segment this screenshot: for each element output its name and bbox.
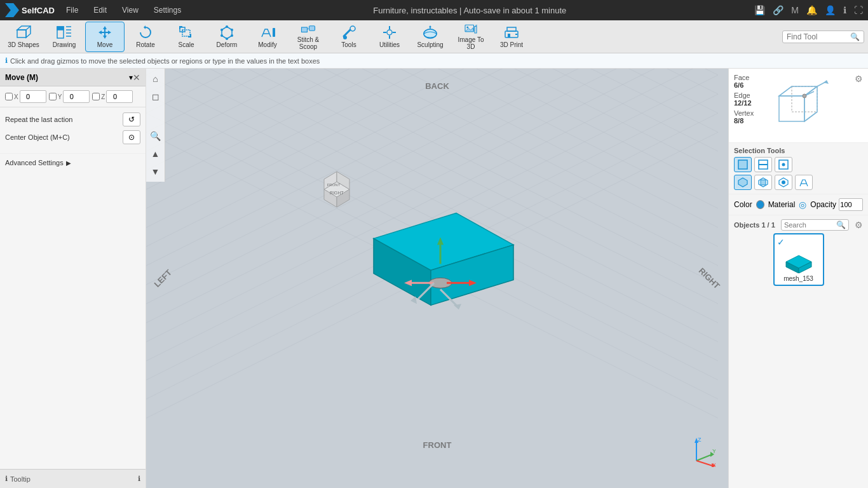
shape-settings-btn[interactable]: ⚙ (855, 74, 863, 84)
nav-home-btn[interactable]: ⌂ (148, 71, 163, 86)
tool-image-to-3d[interactable]: Image To 3D (451, 22, 491, 52)
color-picker-btn[interactable] (756, 200, 764, 209)
sel-face-btn[interactable] (734, 157, 752, 172)
tool-stitch-scoop[interactable]: Stitch & Scoop (288, 22, 328, 52)
center-object-btn[interactable]: ⊙ (123, 130, 140, 144)
paint-mode-icon (798, 177, 810, 188)
scale-icon (177, 25, 195, 40)
menu-view[interactable]: View (118, 6, 142, 15)
svg-marker-10 (98, 26, 111, 39)
sel-mode-object[interactable] (734, 175, 752, 190)
tool-scale-label: Scale (178, 41, 194, 48)
sel-mode-paint[interactable] (795, 175, 813, 190)
sel-mode-all[interactable] (775, 175, 792, 190)
nav-down-btn[interactable]: ▼ (148, 164, 163, 179)
tool-3d-print[interactable]: 3D Print (492, 22, 531, 52)
tool-scale[interactable]: Scale (166, 22, 206, 52)
objects-settings-btn[interactable]: ⚙ (855, 220, 863, 230)
mail-icon[interactable]: M (791, 5, 799, 15)
svg-text:Y: Y (712, 448, 715, 454)
objects-search-input[interactable] (784, 221, 835, 229)
tool-modify[interactable]: Modify (248, 22, 287, 52)
sel-edge-btn[interactable] (754, 157, 772, 172)
opacity-input[interactable] (839, 198, 863, 211)
coord-x-checkbox[interactable] (5, 93, 13, 100)
shape-info: Face 6/6 Edge 12/12 Vertex 8/8 (729, 69, 868, 143)
sel-mode-row (734, 175, 863, 190)
object-check-icon: ✓ (777, 237, 785, 247)
opacity-label: Opacity (810, 200, 836, 209)
utilities-icon (381, 25, 398, 40)
nav-expand-btn[interactable]: ◻ (148, 89, 163, 104)
material-icon[interactable]: ◎ (799, 200, 806, 210)
infobar-message: Click and drag gizmos to move the select… (10, 57, 320, 65)
coord-z-checkbox[interactable] (92, 93, 100, 100)
tool-sculpting[interactable]: Sculpting (410, 22, 450, 52)
direction-front-label: FRONT (423, 440, 452, 450)
object-list-item[interactable]: ✓ mesh_153 (773, 233, 824, 286)
objects-header: Objects 1 / 1 🔍 ⚙ (734, 219, 863, 231)
svg-line-110 (696, 454, 712, 461)
tool-deform[interactable]: Deform (207, 22, 247, 52)
svg-line-125 (804, 112, 817, 121)
objects-search-box[interactable]: 🔍 (781, 219, 849, 231)
tool-3d-shapes[interactable]: 3D Shapes (4, 22, 43, 52)
svg-text:RIGHT: RIGHT (330, 191, 344, 195)
svg-text:Z: Z (698, 437, 702, 443)
coord-z-group: Z (92, 90, 133, 103)
coord-x-input[interactable] (20, 90, 46, 103)
mini-nav: ⌂ ◻ 🔍 ▲ ▼ (146, 69, 165, 182)
tool-drawing[interactable]: Drawing (44, 22, 84, 52)
panel-close-btn[interactable]: ✕ (133, 72, 140, 83)
nav-zoom-btn[interactable]: 🔍 (148, 128, 163, 144)
object-mode-icon (737, 177, 749, 188)
coord-y-input[interactable] (63, 90, 90, 103)
edge-count: 12/12 (734, 99, 752, 107)
objects-panel: Objects 1 / 1 🔍 ⚙ ✓ mes (729, 215, 868, 488)
tool-rotate[interactable]: Rotate (126, 22, 165, 52)
coord-z-input[interactable] (106, 90, 133, 103)
tool-deform-label: Deform (217, 41, 238, 48)
find-tool-input[interactable] (787, 32, 850, 41)
info-icon[interactable]: ℹ (843, 5, 846, 15)
fullscreen-icon[interactable]: ⛶ (854, 5, 863, 15)
share-icon[interactable]: 🔗 (773, 5, 783, 15)
tool-drawing-label: Drawing (53, 41, 76, 48)
sel-mode-region[interactable] (754, 175, 772, 190)
edge-select-icon (757, 159, 769, 170)
infobar: ℹ Click and drag gizmos to move the sele… (0, 53, 868, 69)
advanced-settings[interactable]: Advanced Settings ▶ (0, 154, 146, 172)
menu-file[interactable]: File (62, 6, 82, 15)
sel-vertex-btn[interactable] (775, 157, 792, 172)
infobar-icon: ℹ (5, 57, 8, 65)
document-title: Furniture, instructables (373, 6, 457, 15)
svg-point-20 (220, 34, 223, 37)
tool-3d-print-label: 3D Print (500, 41, 523, 48)
tool-utilities-label: Utilities (379, 41, 400, 48)
tool-utilities[interactable]: Utilities (370, 22, 409, 52)
menu-edit[interactable]: Edit (90, 6, 111, 15)
coord-y-checkbox[interactable] (49, 93, 57, 100)
svg-line-113 (696, 461, 712, 466)
panel-actions: Repeat the last action ↺ Center Object (… (0, 107, 146, 154)
user-icon[interactable]: 👤 (825, 5, 836, 15)
bell-icon[interactable]: 🔔 (806, 5, 817, 15)
viewport[interactable]: BACK FRONT LEFT RIGHT ⌂ ◻ 🔍 ▲ ▼ RIGHT FR… (146, 69, 728, 488)
right-panel: Face 6/6 Edge 12/12 Vertex 8/8 (728, 69, 868, 488)
repeat-action-btn[interactable]: ↺ (123, 112, 140, 126)
menu-settings[interactable]: Settings (150, 6, 185, 15)
svg-rect-45 (507, 27, 516, 31)
svg-rect-44 (508, 34, 510, 37)
object-thumbnail (778, 248, 819, 274)
svg-text:X: X (712, 462, 715, 467)
tool-tools[interactable]: Tools (329, 22, 369, 52)
find-tool-box[interactable]: 🔍 (782, 30, 864, 43)
nav-up-btn[interactable]: ▲ (148, 146, 163, 161)
svg-point-19 (226, 37, 228, 40)
tooltip-label: Tooltip (10, 475, 31, 483)
svg-point-21 (220, 29, 223, 31)
vertex-count: 8/8 (734, 117, 743, 125)
save-icon[interactable]: 💾 (754, 5, 765, 15)
topbar: SelfCAD File Edit View Settings Furnitur… (0, 0, 868, 20)
tool-move[interactable]: Move (85, 22, 125, 52)
